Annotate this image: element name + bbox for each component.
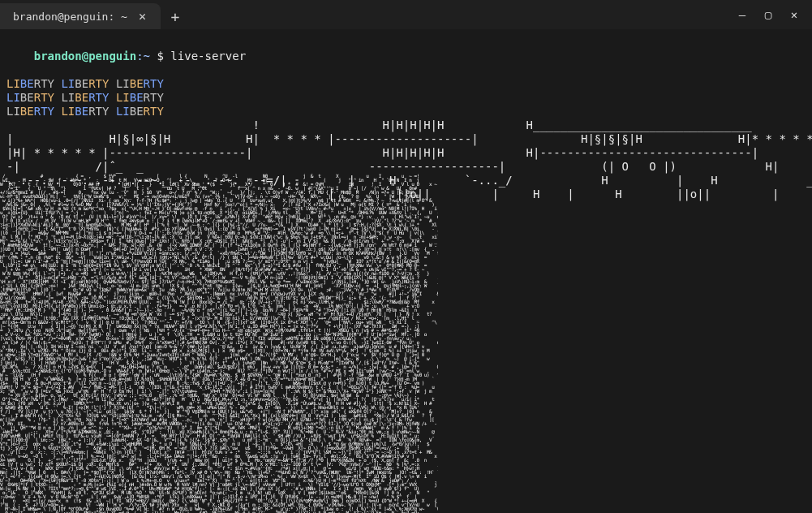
new-tab-button[interactable]: + (161, 3, 190, 29)
prompt-command: live-server (170, 50, 246, 63)
terminal-viewport[interactable]: brandon@penguin:~ $ live-server LIBERTY … (0, 29, 812, 513)
prompt-path: ~ (144, 50, 150, 63)
noise-output: / # { = , $ tV* [ l { N ^U -l N0 j & t X… (0, 174, 438, 513)
tab-title: brandon@penguin: ~ (13, 11, 127, 23)
close-window-button[interactable]: ✕ (788, 9, 801, 20)
prompt-separator: : (136, 50, 143, 63)
window-controls: — ▢ ✕ (736, 0, 812, 29)
prompt-line: brandon@penguin:~ $ live-server (6, 36, 806, 77)
liberty-lines: LIBERTY LIBERTY LIBERTYLIBERTY LIBERTY L… (6, 77, 806, 119)
noise-output-region: / # { = , $ tV* [ l { N ^U -l N0 j & t X… (0, 169, 438, 513)
ascii-line: |H| * * * * * |--------------------| H|H… (6, 146, 806, 160)
liberty-line: LIBERTY LIBERTY LIBERTY (6, 77, 806, 91)
terminal-tab[interactable]: brandon@penguin: ~ ✕ (0, 3, 161, 29)
prompt-sigil-char: $ (157, 50, 163, 63)
liberty-line: LIBERTY LIBERTY LIBERTY (6, 105, 806, 119)
ascii-line: ! H|H|H|H|H H___________________________… (6, 119, 806, 132)
close-tab-icon[interactable]: ✕ (135, 9, 149, 24)
titlebar: brandon@penguin: ~ ✕ + — ▢ ✕ (0, 0, 812, 29)
prompt-user-host: brandon@penguin (34, 50, 136, 63)
minimize-button[interactable]: — (736, 9, 749, 20)
liberty-line: LIBERTY LIBERTY LIBERTY (6, 91, 806, 105)
maximize-button[interactable]: ▢ (762, 9, 775, 20)
titlebar-spacer (190, 0, 736, 29)
ascii-line: | H|§|∞|§|H H| * * * * |----------------… (6, 132, 806, 146)
